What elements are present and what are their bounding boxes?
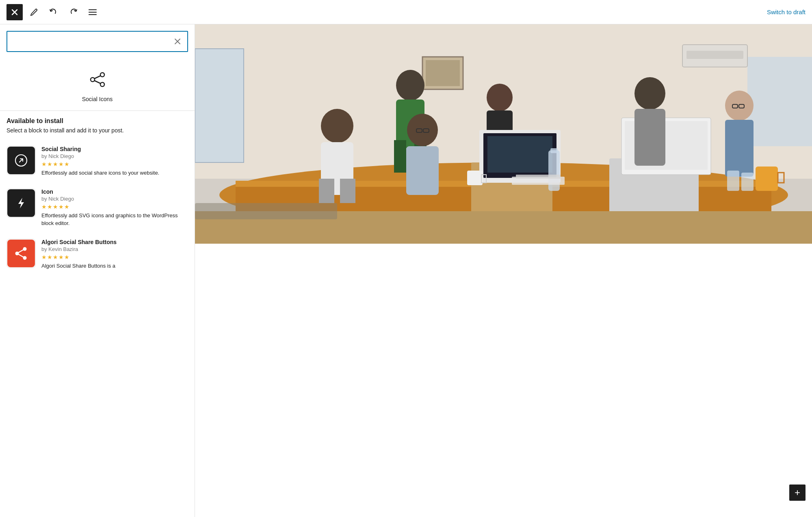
svg-point-43 xyxy=(487,84,513,111)
plugin-desc-icon: Effortlessly add SVG icons and graphics … xyxy=(41,212,188,227)
plugin-desc-algori: Algori Social Share Buttons is a xyxy=(41,262,188,270)
hamburger-icon xyxy=(88,9,97,16)
bolt-icon xyxy=(13,195,29,211)
social-icons-icon xyxy=(89,71,106,91)
svg-line-11 xyxy=(94,81,100,84)
svg-rect-27 xyxy=(686,51,743,59)
share-external-icon xyxy=(13,153,29,168)
plugin-icon-algori xyxy=(6,239,36,268)
plugin-author-social-sharing: by Nick Diego xyxy=(41,153,188,159)
plugin-info-icon: Icon by Nick Diego ★★★★★ Effortlessly ad… xyxy=(41,188,188,227)
svg-point-7 xyxy=(100,73,104,77)
svg-rect-21 xyxy=(195,49,244,162)
editor-image-block xyxy=(195,24,812,244)
share-circle-icon xyxy=(13,245,30,262)
plugin-name-icon: Icon xyxy=(41,188,188,195)
social-icons-label: Social Icons xyxy=(82,96,113,102)
redo-button[interactable] xyxy=(65,4,81,20)
edit-button[interactable] xyxy=(26,4,42,20)
toolbar: Switch to draft xyxy=(0,0,812,24)
svg-rect-60 xyxy=(467,171,483,185)
svg-line-10 xyxy=(94,76,100,79)
search-box: social icons xyxy=(6,31,188,52)
available-subtitle: Select a block to install and add it to … xyxy=(6,127,188,134)
svg-rect-23 xyxy=(747,57,812,146)
plugin-desc-social-sharing: Effortlessly add social share icons to y… xyxy=(41,169,188,177)
svg-line-18 xyxy=(19,254,24,257)
editor-canvas: + xyxy=(195,24,812,517)
plugin-info-social-sharing: Social Sharing by Nick Diego ★★★★★ Effor… xyxy=(41,146,188,177)
block-inserter-panel: social icons Social Icons xyxy=(0,24,195,517)
close-icon xyxy=(11,9,18,15)
svg-line-17 xyxy=(19,250,24,253)
svg-rect-67 xyxy=(741,173,754,191)
plugin-icon-icon xyxy=(6,188,36,218)
undo-button[interactable] xyxy=(45,4,62,20)
search-input[interactable]: social icons xyxy=(12,38,173,45)
switch-to-draft-button[interactable]: Switch to draft xyxy=(767,9,806,15)
svg-point-8 xyxy=(91,78,95,82)
redo-icon xyxy=(69,8,78,17)
svg-rect-55 xyxy=(725,120,754,177)
social-icons-block-result[interactable]: Social Icons xyxy=(0,58,195,110)
svg-point-35 xyxy=(321,109,353,143)
svg-rect-64 xyxy=(756,167,778,191)
plugin-info-algori: Algori Social Share Buttons by Kevin Baz… xyxy=(41,239,188,270)
plugin-stars-algori: ★★★★★ xyxy=(41,254,188,260)
plugin-name-social-sharing: Social Sharing xyxy=(41,146,188,152)
svg-rect-38 xyxy=(340,179,355,203)
undo-icon xyxy=(49,8,58,17)
clear-icon xyxy=(174,38,181,45)
photo-illustration xyxy=(195,24,812,244)
plugin-item-algori[interactable]: Algori Social Share Buttons by Kevin Baz… xyxy=(0,233,195,276)
plugin-author-algori: by Kevin Bazira xyxy=(41,246,188,252)
svg-marker-13 xyxy=(18,198,24,208)
plugin-name-algori: Algori Social Share Buttons xyxy=(41,239,188,245)
svg-point-9 xyxy=(100,82,104,87)
svg-point-31 xyxy=(396,70,424,101)
svg-rect-53 xyxy=(634,109,665,166)
pencil-icon xyxy=(30,8,38,16)
svg-rect-37 xyxy=(319,179,334,203)
svg-point-52 xyxy=(634,77,665,110)
svg-rect-63 xyxy=(516,175,561,179)
toolbar-left xyxy=(6,4,101,20)
menu-button[interactable] xyxy=(84,4,101,20)
toolbar-right: Switch to draft xyxy=(767,9,806,15)
main-layout: social icons Social Icons xyxy=(0,24,812,517)
svg-rect-33 xyxy=(394,140,406,173)
svg-rect-66 xyxy=(727,171,739,191)
plugin-icon-social-sharing xyxy=(6,146,36,175)
plugin-stars-icon: ★★★★★ xyxy=(41,203,188,210)
svg-rect-59 xyxy=(550,148,558,153)
svg-rect-48 xyxy=(487,136,552,173)
plugin-item-social-sharing[interactable]: Social Sharing by Nick Diego ★★★★★ Effor… xyxy=(0,140,195,183)
plugin-author-icon: by Nick Diego xyxy=(41,196,188,202)
available-title: Available to install xyxy=(6,117,188,125)
available-section: Available to install Select a block to i… xyxy=(0,111,195,134)
editor-canvas-area: + xyxy=(195,24,812,517)
svg-rect-69 xyxy=(195,203,337,219)
close-button[interactable] xyxy=(6,4,23,20)
svg-rect-40 xyxy=(406,146,439,195)
plugin-item-icon[interactable]: Icon by Nick Diego ★★★★★ Effortlessly ad… xyxy=(0,183,195,233)
add-block-button[interactable]: + xyxy=(789,485,806,501)
svg-rect-25 xyxy=(426,60,460,86)
plugin-stars-social-sharing: ★★★★★ xyxy=(41,161,188,167)
search-clear-button[interactable] xyxy=(173,37,182,46)
